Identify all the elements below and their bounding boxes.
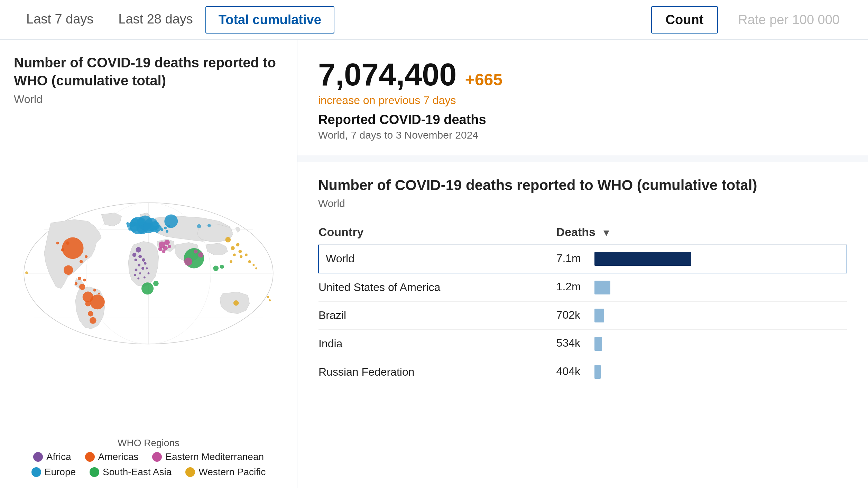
svg-point-16 [75,282,77,285]
svg-point-62 [148,272,150,274]
svg-point-72 [194,250,198,254]
svg-point-18 [98,293,100,295]
chart-title: Number of COVID-19 deaths reported to WH… [14,54,283,90]
africa-label: Africa [46,451,71,462]
svg-point-12 [85,301,91,307]
svg-point-9 [64,265,73,275]
tab-last7[interactable]: Last 7 days [14,0,106,39]
south-east-asia-label: South-East Asia [103,467,172,478]
legend-africa: Africa [33,451,71,462]
bar-fill [594,337,602,351]
tab-last28[interactable]: Last 28 days [106,0,205,39]
bar-fill [594,309,604,322]
table-card-title: Number of COVID-19 deaths reported to WH… [318,176,847,195]
svg-point-51 [162,250,165,253]
deaths-bar [594,252,691,266]
table-row: Brazil702k [318,301,847,330]
svg-point-39 [127,225,130,228]
country-cell: India [318,330,556,358]
svg-point-79 [233,254,236,256]
svg-point-50 [168,245,171,248]
legend-eastern-mediterranean: Eastern Mediterranean [152,451,264,462]
tab-total-cumulative[interactable]: Total cumulative [205,6,334,34]
deaths-cell: 534k [556,330,847,358]
svg-point-11 [79,284,85,290]
svg-point-58 [138,264,140,266]
svg-point-90 [233,300,239,306]
svg-point-23 [85,255,87,258]
svg-point-54 [138,255,142,258]
stats-change: +665 [465,71,502,89]
table-row: World7.1m [318,245,847,273]
svg-point-17 [93,289,96,292]
tab-bar: Last 7 days Last 28 days Total cumulativ… [0,0,868,40]
table-card: Number of COVID-19 deaths reported to WH… [297,162,868,488]
svg-point-44 [167,225,170,228]
africa-dot [33,452,43,462]
deaths-bar [594,281,610,294]
svg-point-55 [142,258,145,262]
svg-point-6 [62,237,83,259]
table-row: Russian Federation404k [318,358,847,386]
svg-point-80 [230,260,232,263]
svg-point-81 [240,255,242,258]
svg-point-76 [231,246,235,250]
svg-point-78 [238,250,242,253]
svg-point-85 [255,267,257,269]
svg-point-52 [136,247,141,253]
svg-point-63 [139,272,141,274]
svg-point-57 [144,262,147,265]
svg-point-36 [129,222,135,227]
svg-point-49 [158,247,163,251]
deaths-value: 404k [556,365,591,378]
svg-point-53 [132,253,137,257]
country-cell: United States of America [318,273,556,301]
europe-dot [31,467,41,477]
svg-point-37 [164,215,178,228]
western-pacific-label: Western Pacific [198,467,266,478]
deaths-value: 1.2m [556,280,591,293]
table-scroll-area[interactable]: Country Deaths ▼ World7.1mUnited States … [318,220,847,488]
metric-count-button[interactable]: Count [651,6,718,34]
legend-south-east-asia: South-East Asia [90,467,172,478]
main-layout: Number of COVID-19 deaths reported to WH… [0,40,868,488]
svg-point-75 [225,237,231,243]
svg-point-66 [137,278,139,280]
country-cell: World [318,245,556,273]
svg-point-68 [153,281,159,286]
table-card-subtitle: World [318,198,847,209]
svg-point-82 [245,254,248,256]
right-panel: 7,074,400 +665 increase on previous 7 da… [297,40,868,488]
svg-point-33 [137,218,144,225]
svg-point-73 [213,266,219,271]
svg-point-14 [78,277,81,280]
deaths-cell: 404k [556,358,847,386]
svg-point-65 [144,276,146,279]
bar-fill [594,281,610,294]
svg-point-59 [141,267,144,270]
table-row: United States of America1.2m [318,273,847,301]
deaths-value: 7.1m [556,252,591,265]
svg-point-56 [135,259,137,261]
europe-label: Europe [45,467,76,478]
western-pacific-dot [185,467,195,477]
table-row: India534k [318,330,847,358]
bar-fill [594,252,691,266]
svg-point-24 [25,271,28,274]
svg-point-20 [66,241,70,245]
deaths-header[interactable]: Deaths ▼ [556,220,847,245]
metric-rate-button[interactable]: Rate per 100 000 [723,6,854,34]
legend-europe: Europe [31,467,76,478]
svg-point-48 [163,246,168,251]
bar-fill [594,365,601,379]
svg-point-87 [267,296,269,298]
svg-point-41 [155,229,159,233]
deaths-value: 534k [556,337,591,349]
left-panel: Number of COVID-19 deaths reported to WH… [0,40,297,488]
stats-card: 7,074,400 +665 increase on previous 7 da… [297,40,868,155]
deaths-bar [594,309,604,322]
stats-meta: World, 7 days to 3 November 2024 [318,129,847,141]
svg-point-13 [88,311,93,317]
map-legend: WHO Regions Africa Americas Eastern Medi… [14,434,283,481]
svg-point-61 [146,267,148,269]
